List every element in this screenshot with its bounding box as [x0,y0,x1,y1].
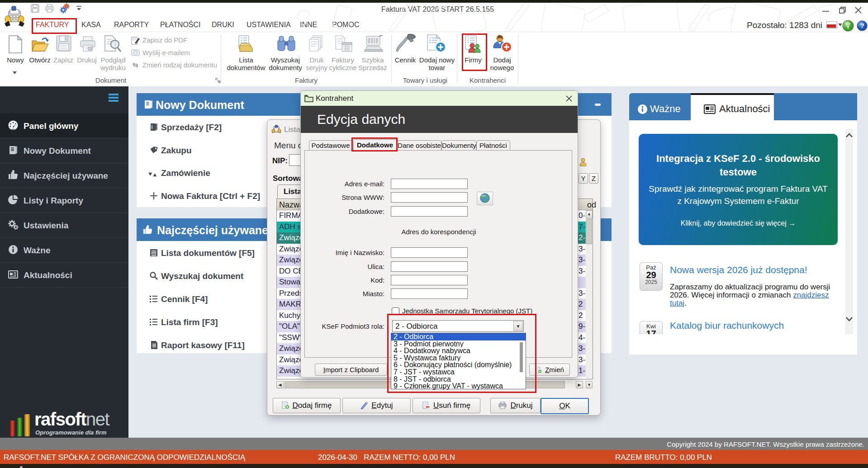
svg-text:?: ? [860,22,864,29]
